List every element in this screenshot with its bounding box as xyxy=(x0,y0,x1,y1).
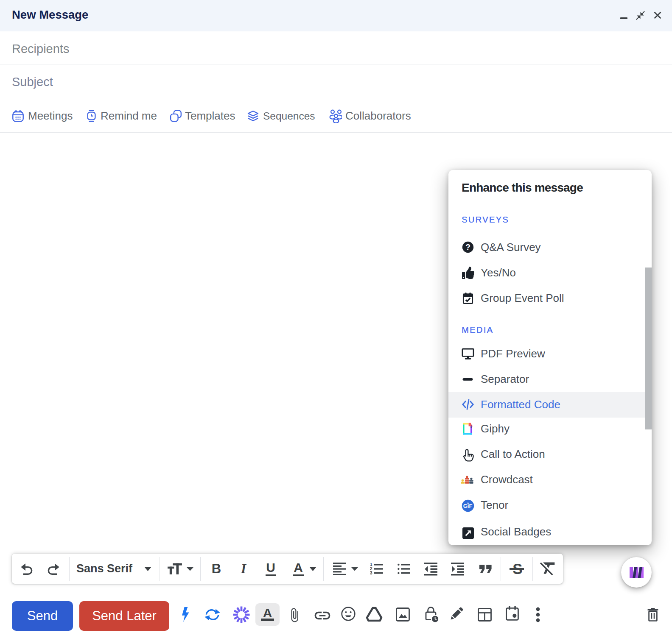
svg-text:?: ? xyxy=(465,242,470,252)
svg-text:3: 3 xyxy=(370,571,372,575)
